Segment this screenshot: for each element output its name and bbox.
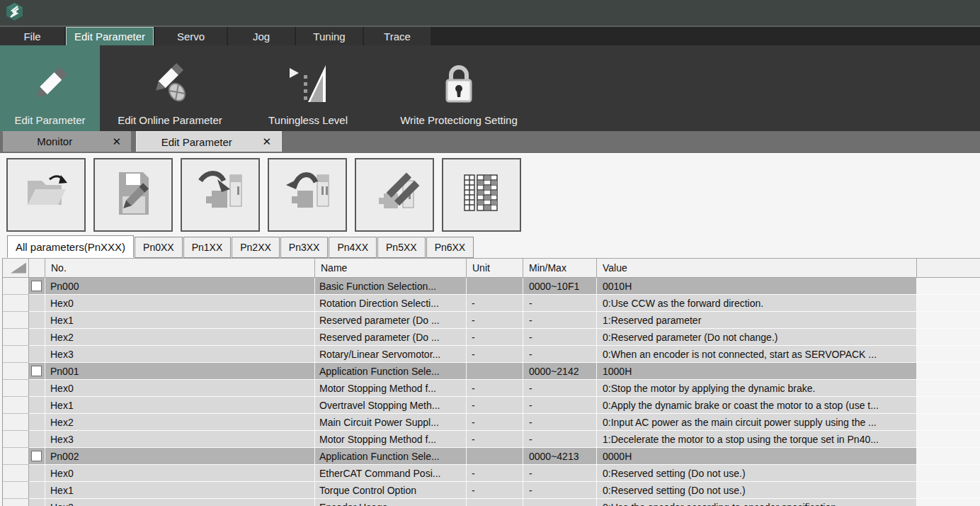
row-unit-cell[interactable]: - [467, 380, 523, 396]
write-to-servopack-button[interactable] [181, 158, 260, 232]
column-header-unit[interactable]: Unit [467, 259, 523, 277]
parameter-grid-view-button[interactable] [442, 158, 521, 232]
row-header-cell[interactable] [3, 499, 29, 506]
row-header-cell[interactable] [3, 363, 29, 380]
column-header-value[interactable]: Value [597, 259, 917, 277]
row-value-cell[interactable]: 0:When an encoder is not connected, star… [597, 346, 917, 362]
ptab-pn5xx[interactable]: Pn5XX [377, 237, 426, 258]
row-name-cell[interactable]: Reserved parameter (Do ... [315, 329, 467, 345]
row-header-cell[interactable] [3, 329, 29, 346]
row-header-cell[interactable] [3, 295, 29, 312]
ribbon-tuningless-level-button[interactable]: Tuningless Level [240, 45, 376, 131]
row-name-cell[interactable]: Motor Stopping Method f... [315, 380, 467, 396]
ptab-pn3xx[interactable]: Pn3XX [280, 237, 329, 258]
row-checkbox[interactable] [31, 281, 42, 291]
row-checkbox[interactable] [31, 451, 42, 461]
row-unit-cell[interactable] [467, 448, 523, 464]
row-no-cell[interactable]: Hex1 [45, 397, 315, 413]
table-row[interactable]: Hex3Rotary/Linear Servomotor...--0:When … [3, 346, 980, 363]
tab-edit-parameter[interactable]: Edit Parameter ✕ [136, 131, 282, 152]
row-header-cell[interactable] [3, 397, 29, 414]
row-name-cell[interactable]: Rotary/Linear Servomotor... [315, 346, 467, 362]
row-no-cell[interactable]: Pn002 [45, 448, 315, 464]
menu-servo[interactable]: Servo [155, 27, 227, 45]
row-unit-cell[interactable] [467, 278, 523, 294]
row-unit-cell[interactable]: - [467, 295, 523, 311]
row-unit-cell[interactable]: - [467, 431, 523, 447]
row-unit-cell[interactable]: - [467, 346, 523, 362]
ribbon-write-protection-setting-button[interactable]: Write Protectiong Setting [376, 45, 542, 131]
row-no-cell[interactable]: Hex2 [45, 329, 315, 345]
row-minmax-cell[interactable]: - [523, 312, 597, 328]
menu-jog[interactable]: Jog [228, 27, 295, 45]
row-header-cell[interactable] [3, 431, 29, 448]
row-name-cell[interactable]: Reserved parameter (Do ... [315, 312, 467, 328]
row-minmax-cell[interactable]: - [523, 397, 597, 413]
ribbon-edit-parameter-button[interactable]: Edit Parameter [0, 45, 100, 131]
tab-monitor[interactable]: Monitor ✕ [3, 131, 131, 152]
row-minmax-cell[interactable]: 0000~10F1 [523, 278, 597, 294]
tab-monitor-close-icon[interactable]: ✕ [106, 135, 131, 148]
row-unit-cell[interactable]: - [467, 312, 523, 328]
row-unit-cell[interactable]: - [467, 329, 523, 345]
ptab-pn0xx[interactable]: Pn0XX [135, 237, 183, 258]
row-name-cell[interactable]: Encoder Usage [315, 499, 467, 506]
table-row[interactable]: Pn002Application Function Sele...0000~42… [3, 448, 980, 465]
row-minmax-cell[interactable]: - [523, 329, 597, 345]
row-minmax-cell[interactable]: - [523, 295, 597, 311]
row-header-cell[interactable] [3, 482, 29, 499]
table-row[interactable]: Hex2Main Circuit Power Suppl...--0:Input… [3, 414, 980, 431]
column-header-minmax[interactable]: Min/Max [523, 259, 597, 277]
row-no-cell[interactable]: Hex2 [45, 499, 315, 506]
row-no-cell[interactable]: Hex1 [45, 312, 315, 328]
row-name-cell[interactable]: Motor Stopping Method f... [315, 431, 467, 447]
row-name-cell[interactable]: Application Function Sele... [315, 448, 467, 464]
row-no-cell[interactable]: Hex0 [45, 465, 315, 481]
row-unit-cell[interactable]: - [467, 414, 523, 430]
row-no-cell[interactable]: Hex3 [45, 431, 315, 447]
tab-edit-parameter-close-icon[interactable]: ✕ [256, 135, 281, 148]
row-header-cell[interactable] [3, 278, 29, 295]
table-row[interactable]: Hex3Motor Stopping Method f...--1:Decele… [3, 431, 980, 448]
row-unit-cell[interactable]: - [467, 397, 523, 413]
table-row[interactable]: Hex2Reserved parameter (Do ...--0:Reserv… [3, 329, 980, 346]
row-unit-cell[interactable]: - [467, 465, 523, 481]
row-minmax-cell[interactable]: - [523, 499, 597, 506]
menu-file[interactable]: File [0, 27, 64, 45]
table-row[interactable]: Pn001Application Function Sele...0000~21… [3, 363, 980, 380]
row-value-cell[interactable]: 1:Decelerate the motor to a stop using t… [597, 431, 917, 447]
row-minmax-cell[interactable]: 0000~4213 [523, 448, 597, 464]
table-row[interactable]: Hex2Encoder Usage--0:Use the encoder acc… [3, 499, 980, 506]
row-value-cell[interactable]: 0:Use the encoder according to encoder s… [597, 499, 917, 506]
row-unit-cell[interactable]: - [467, 482, 523, 498]
row-minmax-cell[interactable]: - [523, 465, 597, 481]
row-header-cell[interactable] [3, 346, 29, 363]
edit-compare-parameters-button[interactable] [355, 158, 434, 232]
row-minmax-cell[interactable]: - [523, 431, 597, 447]
ptab-pn2xx[interactable]: Pn2XX [232, 237, 280, 258]
row-no-cell[interactable]: Pn000 [45, 278, 315, 294]
menu-tuning[interactable]: Tuning [296, 27, 363, 45]
row-value-cell[interactable]: 0:Input AC power as the main circuit pow… [597, 414, 917, 430]
row-no-cell[interactable]: Pn001 [45, 363, 315, 379]
row-value-cell[interactable]: 0:Reserved setting (Do not use.) [597, 465, 917, 481]
row-value-cell[interactable]: 0:Reserved setting (Do not use.) [597, 482, 917, 498]
row-no-cell[interactable]: Hex0 [45, 295, 315, 311]
row-minmax-cell[interactable]: - [523, 346, 597, 362]
row-value-cell[interactable]: 0:Use CCW as the forward direction. [597, 295, 917, 311]
table-row[interactable]: Pn000Basic Function Selection...0000~10F… [3, 278, 980, 295]
row-minmax-cell[interactable]: 0000~2142 [523, 363, 597, 379]
row-header-cell[interactable] [3, 380, 29, 397]
row-value-cell[interactable]: 1:Reserved parameter [597, 312, 917, 328]
table-row[interactable]: Hex1Overtravel Stopping Meth...--0:Apply… [3, 397, 980, 414]
row-name-cell[interactable]: EtherCAT Command Posi... [315, 465, 467, 481]
ptab-all-parameters[interactable]: All parameters(PnXXX) [7, 235, 134, 258]
row-name-cell[interactable]: Torque Control Option [315, 482, 467, 498]
menu-edit-parameter[interactable]: Edit Parameter [66, 27, 154, 45]
row-name-cell[interactable]: Main Circuit Power Suppl... [315, 414, 467, 430]
row-unit-cell[interactable]: - [467, 499, 523, 506]
menu-trace[interactable]: Trace [364, 27, 431, 45]
row-name-cell[interactable]: Application Function Sele... [315, 363, 467, 379]
table-row[interactable]: Hex1Reserved parameter (Do ...--1:Reserv… [3, 312, 980, 329]
row-value-cell[interactable]: 0:Stop the motor by applying the dynamic… [597, 380, 917, 396]
